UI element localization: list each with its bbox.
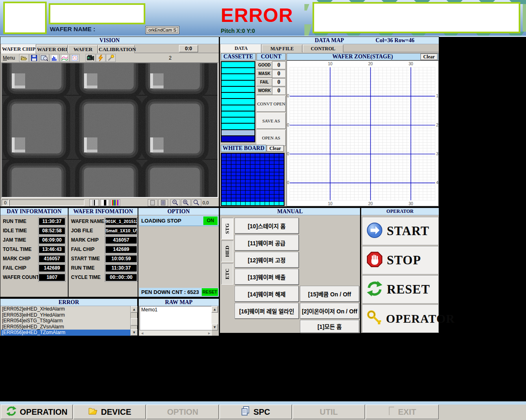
bw-bars-icon[interactable] <box>100 199 110 206</box>
scroll-thumb[interactable] <box>131 318 138 326</box>
manual-button-vacuum-toggle[interactable]: [15]베큠 On / Off <box>300 286 359 302</box>
cassette-slot <box>222 62 254 67</box>
tab-calibration[interactable]: CALIBRATION <box>98 45 135 53</box>
nav-device-button[interactable]: DEVICE <box>73 405 146 419</box>
manual-button-wafer-eject[interactable]: [13]웨이퍼 배출 <box>235 269 299 285</box>
convt-open-button[interactable]: CONVT OPEN <box>257 96 286 112</box>
manual-button-wafer-supply[interactable]: [11]웨이퍼 공급 <box>235 235 299 251</box>
manual-tab-hed[interactable]: HED <box>221 240 233 262</box>
board-cell <box>226 195 231 198</box>
menu-button[interactable]: Menu <box>3 55 15 61</box>
board-cell <box>255 195 260 198</box>
board-cell <box>250 187 255 190</box>
scroll-down-icon[interactable]: ▼ <box>211 324 218 330</box>
tab-map-file[interactable]: MAP FILE <box>262 45 302 52</box>
open-folder-icon[interactable] <box>19 54 29 62</box>
error-list-item[interactable]: [ERR053]eiHED_YHedAlarm <box>1 312 131 318</box>
flash-icon[interactable] <box>96 54 106 62</box>
zoom-in-icon[interactable] <box>181 199 191 206</box>
page-icon[interactable] <box>148 199 157 206</box>
manual-button-wafer-release[interactable]: [14]웨이퍼 해제 <box>235 286 299 302</box>
error-list-item[interactable]: [ERR052]eiHED_XHedAlarm <box>1 306 131 312</box>
stop-button[interactable]: STOP <box>362 246 439 274</box>
camera-icon[interactable] <box>86 54 95 62</box>
grid-icon[interactable] <box>70 54 80 62</box>
data-map-tabs: DATA MAP FILE CONTROL <box>220 44 439 52</box>
mark-chip-value: 416057 <box>39 255 65 263</box>
manual-tab-stg[interactable]: STG <box>221 218 233 239</box>
board-cell <box>250 183 255 186</box>
wafer-chip-image[interactable] <box>1 62 218 198</box>
count-value-good: 0 <box>272 61 286 69</box>
manual-button-wafer-fix[interactable]: [12]웨이퍼 고정 <box>235 252 299 268</box>
wand-icon[interactable] <box>106 54 116 62</box>
work-end-cam-button[interactable]: orkEndCam S <box>145 26 179 34</box>
raw-map-hscrollbar[interactable]: ◄► <box>140 330 212 336</box>
operator-button[interactable]: OPERATOR <box>362 304 439 333</box>
nav-operation-button[interactable]: OPERATION <box>1 405 73 419</box>
svg-text:40: 40 <box>287 180 289 185</box>
board-cell <box>260 161 265 164</box>
coord-button[interactable]: 0:0 <box>179 45 198 52</box>
board-cell <box>274 195 279 198</box>
scroll-left-icon[interactable]: ◄ <box>140 331 144 335</box>
nav-util-button[interactable]: UTIL <box>293 405 365 419</box>
board-cell <box>241 187 245 190</box>
board-cell <box>269 154 274 157</box>
manual-button-all-home[interactable]: [1]모든 홈 <box>300 320 359 333</box>
wafer-zone-map[interactable]: 1010202030301010202030304040 <box>287 60 439 206</box>
scroll-up-icon[interactable]: ▲ <box>211 306 218 313</box>
loading-stop-on-badge[interactable]: ON <box>203 216 218 225</box>
raw-map-vscrollbar[interactable]: ▲ ▼ <box>211 306 218 330</box>
board-cell <box>269 176 274 179</box>
nav-exit-button[interactable]: EXIT <box>366 405 439 419</box>
folder-icon <box>88 407 98 417</box>
rainbow-bars-icon[interactable] <box>110 199 120 206</box>
tab-wafer-ori[interactable]: WAFER ORI <box>37 45 68 53</box>
board-cell <box>265 176 269 179</box>
reset-button[interactable]: RESET <box>362 275 439 304</box>
gray-bars-icon[interactable] <box>89 199 99 206</box>
error-list-item[interactable]: [ERR055]eiHED_ZVsnAlarm <box>1 324 131 330</box>
preview-icon[interactable] <box>39 54 49 62</box>
error-list-item[interactable]: [ERR054]eiSTG_TStgAlarm <box>1 318 131 324</box>
manual-button-rail-align[interactable]: [16]웨이퍼 레일 얼라인 <box>235 303 299 319</box>
manual-title: MANUAL <box>220 208 360 215</box>
scroll-right-icon[interactable]: ► <box>207 331 211 335</box>
board-cell <box>226 198 231 201</box>
error-list-item[interactable]: [ERR056]eiHED_TZomAlarm <box>1 330 131 336</box>
manual-button-ionizer-toggle[interactable]: [2]이온아이저 On / Off <box>300 303 359 319</box>
tab-wafer-chip[interactable]: WAFER CHIP <box>1 44 36 54</box>
wafer-chip-graphic <box>2 63 218 197</box>
nav-spc-button[interactable]: SPC <box>220 405 292 419</box>
tab-data[interactable]: DATA <box>221 44 261 53</box>
manual-button-stage-home[interactable]: [10]스테이지 홈 <box>235 218 299 234</box>
curves-icon[interactable] <box>60 54 69 62</box>
start-button[interactable]: START <box>362 217 439 245</box>
white-board-clear-button[interactable]: Clear <box>267 145 284 152</box>
error-title: ERROR <box>0 299 137 306</box>
open-as-button[interactable]: OPEN AS <box>257 130 286 146</box>
raw-map-memo[interactable]: Memo1 <box>140 306 212 330</box>
save-icon[interactable] <box>29 54 39 62</box>
svg-text:10: 10 <box>328 201 333 206</box>
zoom-out-icon[interactable] <box>170 199 180 206</box>
board-cell <box>250 195 255 198</box>
bottom-strip <box>0 401 526 405</box>
scroll-down-icon[interactable]: ▼ <box>131 329 138 336</box>
histogram-icon[interactable] <box>50 54 59 62</box>
wafer-zone-clear-button[interactable]: Clear <box>420 54 438 60</box>
pen-down-reset-button[interactable]: RESET <box>202 288 218 296</box>
nav-option-button[interactable]: OPTION <box>147 405 219 419</box>
tab-control[interactable]: CONTROL <box>303 45 343 52</box>
board-cell <box>222 165 226 168</box>
scroll-up-icon[interactable]: ▲ <box>131 306 138 313</box>
cassette-slot <box>222 68 254 73</box>
error-scrollbar[interactable]: ▲ ▼ <box>130 306 137 336</box>
page-shaded-icon[interactable] <box>158 199 168 206</box>
tab-wafer-pen[interactable]: WAFER PEN <box>68 45 98 53</box>
zoom-icon[interactable] <box>192 199 201 206</box>
option-title: OPTION <box>138 208 219 215</box>
save-as-button[interactable]: SAVE AS <box>257 113 286 129</box>
manual-tab-etc[interactable]: ETC <box>221 263 233 285</box>
